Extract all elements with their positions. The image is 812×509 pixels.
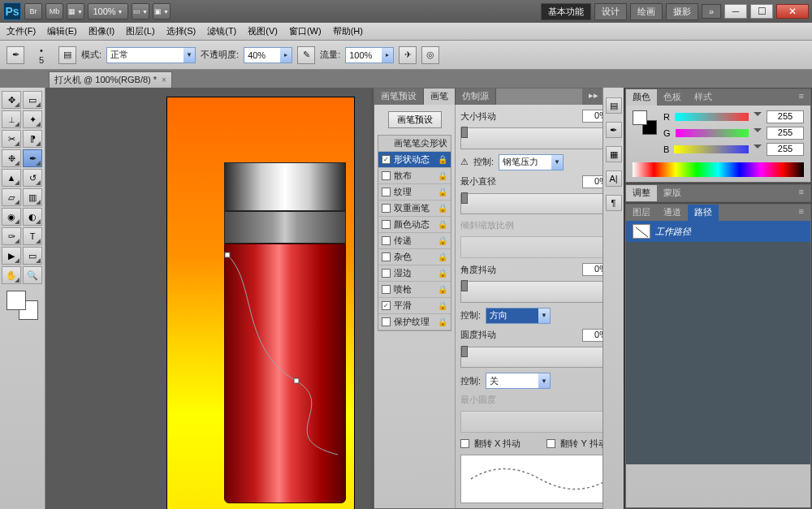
item-noise[interactable]: 杂色🔒: [378, 249, 451, 265]
tab-brush-presets[interactable]: 画笔预设: [374, 88, 424, 105]
color-spectrum[interactable]: [633, 162, 804, 177]
eyedropper-tool[interactable]: ⁋: [23, 130, 42, 148]
character-icon[interactable]: A|: [606, 170, 622, 187]
opacity-pressure-icon[interactable]: ✎: [297, 46, 315, 64]
color-panel-menu-icon[interactable]: ≡: [793, 89, 810, 106]
size-jitter-slider[interactable]: [460, 127, 603, 149]
color-fgbg-swatch[interactable]: [633, 110, 657, 135]
workspace-essentials[interactable]: 基本功能: [541, 3, 591, 20]
path-select-tool[interactable]: ▶: [2, 247, 21, 265]
control2-select[interactable]: 方向▼: [486, 308, 551, 324]
item-wet-edges[interactable]: 湿边🔒: [378, 265, 451, 282]
document-close-icon[interactable]: ×: [162, 75, 166, 84]
item-protect-texture[interactable]: 保护纹理🔒: [378, 314, 451, 330]
menu-edit[interactable]: 编辑(E): [47, 25, 77, 37]
shape-tool[interactable]: ▭: [23, 247, 42, 265]
paragraph-icon[interactable]: ¶: [606, 195, 622, 211]
minibridge-button[interactable]: Mb: [45, 3, 63, 19]
brush-tool[interactable]: ✒: [23, 149, 42, 167]
minimize-button[interactable]: ─: [724, 4, 747, 19]
tablet-pressure-icon[interactable]: ◎: [421, 46, 439, 64]
menu-select[interactable]: 选择(S): [166, 25, 197, 37]
move-tool[interactable]: ✥: [2, 91, 21, 109]
brush-panel-toggle[interactable]: ▤: [58, 46, 76, 64]
tab-masks[interactable]: 蒙版: [657, 185, 688, 201]
opacity-input[interactable]: 40%▸: [244, 47, 292, 63]
angle-jitter-slider[interactable]: [460, 281, 603, 303]
swatch-icon[interactable]: ▦: [606, 146, 622, 162]
item-shape-dynamics[interactable]: ✓形状动态🔒: [378, 152, 451, 168]
workspace-photography[interactable]: 摄影: [666, 3, 698, 20]
r-input[interactable]: 255: [767, 110, 804, 123]
menu-filter[interactable]: 滤镜(T): [207, 25, 236, 37]
menu-window[interactable]: 窗口(W): [289, 25, 322, 37]
crop-tool[interactable]: ✂: [2, 130, 21, 148]
view-layout-button[interactable]: ▦: [67, 3, 84, 19]
eraser-tool[interactable]: ▱: [2, 188, 21, 206]
screen-mode-button[interactable]: ▣: [153, 3, 171, 19]
mode-select[interactable]: 正常▼: [106, 47, 196, 63]
pen-tool[interactable]: ✑: [2, 227, 21, 245]
tab-paths[interactable]: 路径: [688, 205, 719, 221]
tab-adjustments[interactable]: 调整: [626, 185, 657, 201]
item-dual-brush[interactable]: 双重画笔🔒: [378, 201, 451, 217]
workspace-painting[interactable]: 绘画: [630, 3, 663, 20]
history-icon[interactable]: ▤: [606, 97, 622, 114]
stamp-tool[interactable]: ▲: [2, 169, 21, 187]
min-diameter-input[interactable]: 0%: [582, 175, 603, 188]
arrange-button[interactable]: ▭: [132, 3, 149, 19]
panel-collapse-icon[interactable]: ▸▸: [582, 88, 603, 105]
b-input[interactable]: 255: [767, 143, 804, 156]
adjust-panel-menu-icon[interactable]: ≡: [793, 185, 810, 201]
round-jitter-slider[interactable]: [460, 347, 603, 369]
paths-panel-menu-icon[interactable]: ≡: [793, 205, 810, 221]
marquee-tool[interactable]: ▭: [23, 91, 42, 109]
control3-select[interactable]: 关▼: [486, 373, 551, 389]
size-jitter-input[interactable]: 0%: [582, 110, 603, 123]
menu-help[interactable]: 帮助(H): [333, 25, 363, 37]
lasso-tool[interactable]: ⟂: [2, 110, 21, 128]
menu-image[interactable]: 图像(I): [89, 25, 114, 37]
min-diameter-slider[interactable]: [460, 193, 603, 215]
bridge-button[interactable]: Br: [24, 3, 42, 19]
path-item-work-path[interactable]: 工作路径: [626, 221, 810, 242]
tab-layers[interactable]: 图层: [626, 205, 657, 221]
tab-color[interactable]: 颜色: [626, 89, 657, 106]
brush-presets-icon[interactable]: ✒: [606, 122, 622, 138]
item-texture[interactable]: 纹理🔒: [378, 184, 451, 201]
maximize-button[interactable]: ☐: [750, 4, 773, 19]
item-color-dynamics[interactable]: 颜色动态🔒: [378, 217, 451, 233]
angle-jitter-input[interactable]: 0%: [582, 263, 603, 276]
workspace-design[interactable]: 设计: [594, 3, 627, 20]
flip-y-checkbox[interactable]: [546, 439, 555, 448]
flow-input[interactable]: 100%▸: [345, 47, 394, 63]
wand-tool[interactable]: ✦: [23, 110, 42, 128]
menu-file[interactable]: 文件(F): [6, 25, 36, 37]
item-smoothing[interactable]: ✓平滑🔒: [378, 298, 451, 314]
round-jitter-input[interactable]: 0%: [582, 329, 603, 342]
workspace-more[interactable]: »: [702, 4, 721, 19]
history-brush-tool[interactable]: ↺: [23, 169, 42, 187]
tab-channels[interactable]: 通道: [657, 205, 688, 221]
control1-select[interactable]: 钢笔压力▼: [499, 154, 564, 170]
close-button[interactable]: ✕: [776, 4, 809, 19]
foreground-background-swatch[interactable]: [6, 291, 38, 320]
gradient-tool[interactable]: ▥: [23, 188, 42, 206]
g-input[interactable]: 255: [767, 127, 804, 140]
zoom-select[interactable]: 100%: [88, 3, 128, 19]
item-airbrush[interactable]: 喷枪🔒: [378, 282, 451, 298]
heal-tool[interactable]: ❉: [2, 149, 21, 167]
tab-styles[interactable]: 样式: [688, 89, 719, 106]
menu-layer[interactable]: 图层(L): [126, 25, 154, 37]
hand-tool[interactable]: ✋: [2, 266, 21, 284]
b-slider[interactable]: [674, 145, 749, 153]
item-tip-shape[interactable]: 画笔笔尖形状: [378, 136, 451, 152]
airbrush-icon[interactable]: ✈: [399, 46, 417, 64]
brush-preset-button[interactable]: 画笔预设: [388, 111, 442, 128]
r-slider[interactable]: [675, 113, 749, 121]
tab-brush[interactable]: 画笔: [424, 88, 456, 105]
blur-tool[interactable]: ◉: [2, 208, 21, 226]
item-transfer[interactable]: 传递🔒: [378, 233, 451, 249]
document-tab[interactable]: 打火机 @ 100%(RGB/8) * ×: [49, 71, 172, 88]
flip-x-checkbox[interactable]: [460, 439, 469, 448]
